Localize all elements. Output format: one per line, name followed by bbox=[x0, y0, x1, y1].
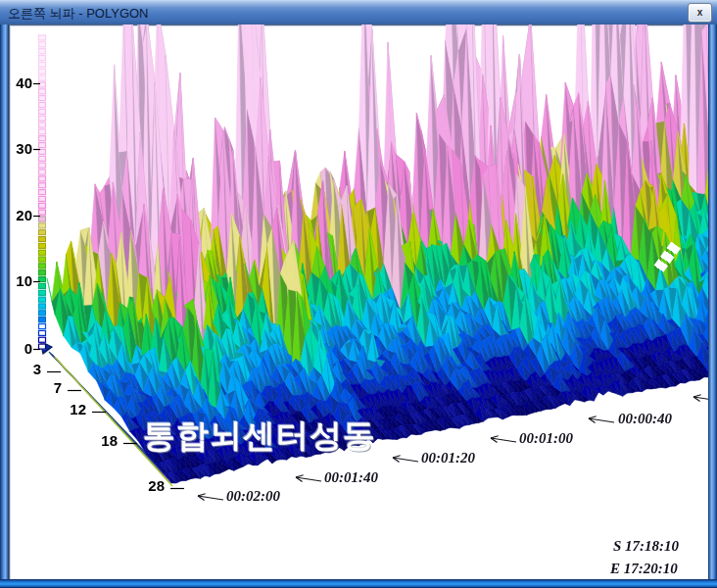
close-icon: x bbox=[697, 8, 703, 18]
window-titlebar[interactable]: 오른쪽 뇌파 - POLYGON x bbox=[0, 0, 717, 24]
close-button[interactable]: x bbox=[688, 3, 712, 23]
window-frame-right bbox=[708, 24, 717, 588]
polygon-surface-plot bbox=[9, 24, 708, 579]
window-frame-bottom bbox=[0, 579, 717, 588]
window-frame-left bbox=[0, 24, 9, 588]
window-title: 오른쪽 뇌파 - POLYGON bbox=[8, 5, 149, 23]
app-window: 오른쪽 뇌파 - POLYGON x 통합뇌센터성동 S 17:18:10 E … bbox=[0, 0, 717, 588]
